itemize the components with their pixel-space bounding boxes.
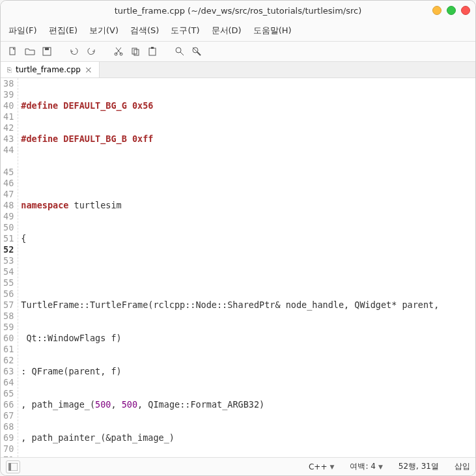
minimize-button[interactable] — [432, 6, 441, 15]
new-file-icon[interactable] — [6, 44, 20, 59]
paste-icon[interactable] — [145, 44, 160, 59]
menubar: 파일(F) 편집(E) 보기(V) 검색(S) 도구(T) 문서(D) 도움말(… — [1, 20, 475, 42]
find-icon[interactable] — [173, 44, 187, 59]
language-selector[interactable]: C++ ▼ — [309, 462, 334, 471]
window-title: turtle_frame.cpp (~/dev_ws/src/ros_tutor… — [115, 6, 362, 16]
tab-file[interactable]: ⎘ turtle_frame.cpp × — [1, 62, 100, 77]
svg-point-9 — [176, 48, 181, 53]
code-content[interactable]: #define DEFAULT_BG_G 0x56 #define DEFAUL… — [18, 78, 475, 457]
copy-icon[interactable] — [128, 44, 143, 59]
editor-window: turtle_frame.cpp (~/dev_ws/src/ros_tutor… — [0, 0, 476, 476]
toolbar — [1, 42, 475, 62]
svg-rect-7 — [149, 48, 156, 55]
open-file-icon[interactable] — [23, 44, 37, 59]
svg-rect-0 — [10, 48, 15, 55]
menu-edit[interactable]: 편집(E) — [44, 23, 83, 38]
chevron-down-icon: ▼ — [329, 464, 334, 470]
window-controls — [432, 6, 470, 15]
cut-icon[interactable] — [111, 44, 126, 59]
titlebar: turtle_frame.cpp (~/dev_ws/src/ros_tutor… — [1, 1, 475, 20]
undo-icon[interactable] — [67, 44, 81, 59]
menu-search[interactable]: 검색(S) — [125, 23, 164, 38]
menu-help[interactable]: 도움말(H) — [248, 23, 297, 38]
menu-tools[interactable]: 도구(T) — [165, 23, 204, 38]
menu-view[interactable]: 보기(V) — [84, 23, 124, 38]
statusbar: C++ ▼ 여백: 4 ▼ 52행, 31열 삽입 — [1, 457, 475, 475]
editor-area[interactable]: 3839404142434445464748495051525354555657… — [1, 78, 475, 457]
maximize-button[interactable] — [447, 6, 456, 15]
tabbar: ⎘ turtle_frame.cpp × — [1, 62, 475, 78]
file-icon: ⎘ — [7, 66, 12, 74]
save-file-icon[interactable] — [40, 44, 54, 59]
svg-rect-8 — [151, 47, 154, 49]
close-button[interactable] — [461, 6, 470, 15]
edit-mode: 삽입 — [455, 461, 470, 472]
chevron-down-icon: ▼ — [378, 464, 383, 470]
tab-close-icon[interactable]: × — [85, 64, 92, 75]
svg-rect-12 — [8, 463, 11, 471]
redo-icon[interactable] — [84, 44, 98, 59]
cursor-position: 52행, 31열 — [399, 461, 439, 472]
tab-label: turtle_frame.cpp — [16, 65, 81, 74]
side-panel-icon[interactable] — [6, 460, 20, 473]
indent-selector[interactable]: 여백: 4 ▼ — [350, 461, 382, 472]
replace-icon[interactable] — [189, 44, 204, 59]
menu-document[interactable]: 문서(D) — [206, 23, 247, 38]
menu-file[interactable]: 파일(F) — [3, 23, 42, 38]
svg-rect-2 — [45, 48, 49, 50]
line-gutter: 3839404142434445464748495051525354555657… — [1, 78, 18, 457]
